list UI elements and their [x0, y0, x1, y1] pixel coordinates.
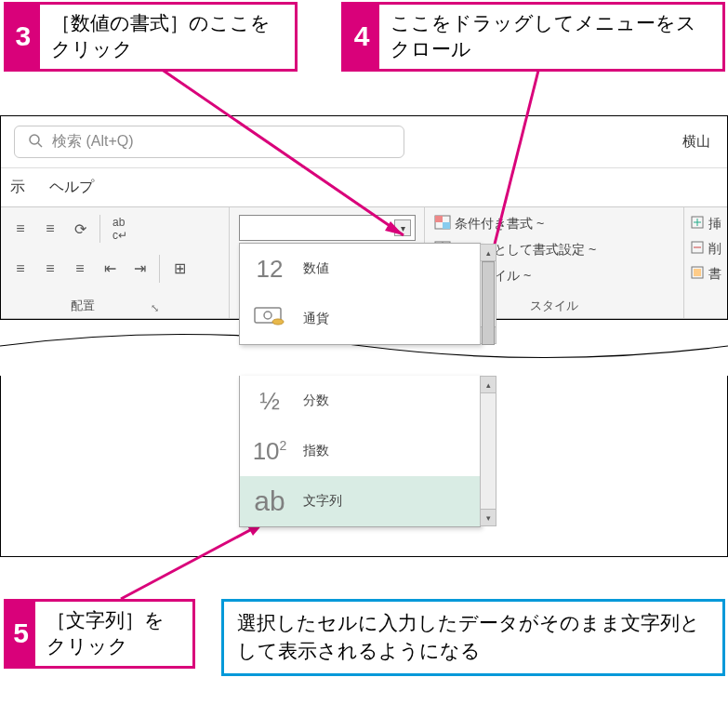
scroll-up-icon[interactable]: ▴	[481, 245, 496, 261]
scientific-icon: 102	[249, 437, 290, 466]
callout-5: 5 ［文字列］をクリック	[4, 599, 195, 669]
align-mid-icon[interactable]: ≡	[40, 219, 60, 238]
alignment-group-label: 配置	[71, 294, 95, 314]
format-option-fraction[interactable]: ½ 分数	[240, 376, 480, 426]
conditional-format-button[interactable]: 条件付き書式 ~	[434, 215, 674, 232]
orientation-icon[interactable]: ⟳	[70, 219, 90, 238]
wrap-text-icon[interactable]: abc↵	[110, 219, 130, 238]
svg-rect-13	[443, 222, 450, 229]
tab-view[interactable]: 示	[10, 178, 25, 197]
info-box: 選択したセルに入力したデータがそのまま文字列として表示されるようになる	[221, 599, 725, 676]
format-option-scientific[interactable]: 102 指数	[240, 426, 480, 476]
number-format-dropdown[interactable]: ▾	[239, 215, 416, 241]
dropdown-scrollbar-lower[interactable]: ▴ ▾	[480, 376, 496, 526]
merge-icon[interactable]: ⊞	[169, 259, 190, 278]
ribbon-tabs: 示 ヘルプ	[1, 168, 727, 207]
search-placeholder: 検索 (Alt+Q)	[52, 132, 134, 152]
cells-group: 挿 削 書	[684, 207, 727, 318]
excel-window-lower: ½ 分数 102 指数 ab 文字列 ▴ ▾	[0, 376, 728, 557]
svg-point-6	[30, 135, 39, 144]
insert-button[interactable]: 挿	[690, 215, 721, 232]
format-option-currency[interactable]: 通貨	[240, 294, 480, 344]
callout-5-number: 5	[7, 602, 35, 666]
callout-4-text: ここをドラッグしてメニューをスクロール	[379, 5, 722, 69]
delete-icon	[690, 240, 705, 258]
align-center-icon[interactable]: ≡	[40, 259, 60, 278]
indent-dec-icon[interactable]: ⇤	[99, 259, 120, 278]
format-label: 指数	[303, 443, 329, 459]
svg-point-9	[264, 312, 271, 319]
callout-3-number: 3	[7, 5, 40, 69]
callout-5-text: ［文字列］をクリック	[35, 602, 192, 666]
dropdown-scrollbar[interactable]: ▴ ▾	[480, 244, 496, 344]
scroll-thumb[interactable]	[482, 261, 495, 345]
scroll-down-icon[interactable]: ▾	[481, 509, 496, 525]
search-icon	[28, 133, 43, 152]
format-label: 分数	[303, 392, 329, 409]
number-format-menu-lower: ½ 分数 102 指数 ab 文字列 ▴ ▾	[239, 376, 481, 527]
user-name[interactable]: 横山	[682, 133, 714, 151]
number-format-menu: 12 数値 通貨 ▴ ▾	[239, 243, 481, 345]
alignment-group: ≡ ≡ ⟳ abc↵ ≡ ≡ ≡ ⇤ ⇥ ⊞ 配置 ⤡	[1, 207, 230, 318]
format-label: 通貨	[303, 311, 329, 327]
chevron-down-icon[interactable]: ▾	[394, 219, 411, 236]
svg-rect-12	[435, 216, 443, 222]
callout-4: 4 ここをドラッグしてメニューをスクロール	[341, 2, 725, 72]
delete-button[interactable]: 削	[690, 240, 721, 258]
svg-rect-24	[694, 269, 701, 276]
tab-help[interactable]: ヘルプ	[49, 178, 94, 197]
svg-line-7	[38, 143, 42, 147]
callout-4-number: 4	[344, 5, 379, 69]
svg-point-10	[272, 319, 284, 325]
format-icon	[690, 265, 705, 283]
ribbon: ≡ ≡ ⟳ abc↵ ≡ ≡ ≡ ⇤ ⇥ ⊞ 配置 ⤡	[1, 207, 727, 319]
search-input[interactable]: 検索 (Alt+Q)	[14, 126, 404, 158]
excel-window: 検索 (Alt+Q) 横山 示 ヘルプ ≡ ≡ ⟳ abc↵ ≡ ≡ ≡ ⇤ ⇥	[0, 115, 728, 320]
fraction-icon: ½	[249, 387, 290, 416]
align-left-icon[interactable]: ≡	[10, 259, 31, 278]
format-label: 文字列	[303, 493, 342, 510]
alignment-launcher-icon[interactable]: ⤡	[151, 302, 159, 314]
indent-inc-icon[interactable]: ⇥	[129, 259, 150, 278]
insert-icon	[690, 215, 705, 232]
cond-format-icon	[434, 215, 451, 232]
number-icon: 12	[249, 255, 290, 284]
format-label: 数値	[303, 260, 329, 277]
format-option-text[interactable]: ab 文字列	[240, 476, 480, 526]
format-button[interactable]: 書	[690, 265, 721, 283]
currency-icon	[249, 305, 290, 334]
align-right-icon[interactable]: ≡	[70, 259, 90, 278]
callout-3: 3 ［数値の書式］のここをクリック	[4, 2, 298, 72]
title-bar: 検索 (Alt+Q) 横山	[1, 116, 727, 168]
callout-3-text: ［数値の書式］のここをクリック	[40, 5, 295, 69]
align-top-icon[interactable]: ≡	[10, 219, 31, 238]
info-text: 選択したセルに入力したデータがそのまま文字列として表示されるようになる	[237, 612, 700, 661]
text-icon: ab	[249, 485, 290, 517]
format-option-number[interactable]: 12 数値	[240, 244, 480, 294]
scroll-up-icon[interactable]: ▴	[481, 377, 496, 393]
